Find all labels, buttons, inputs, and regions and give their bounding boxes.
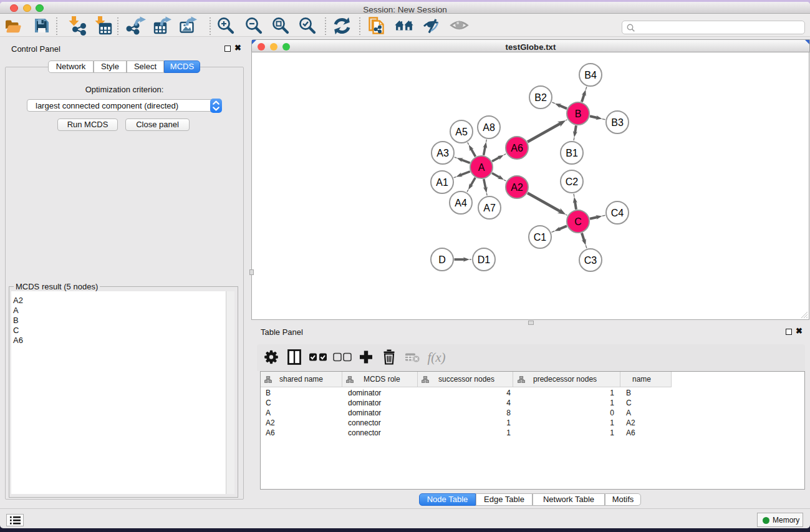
svg-text:B: B — [575, 109, 582, 119]
svg-text:A6: A6 — [511, 143, 523, 153]
svg-text:D1: D1 — [478, 254, 491, 265]
svg-text:f(x): f(x) — [427, 350, 445, 365]
svg-text:B1: B1 — [566, 148, 578, 158]
svg-text:A1: A1 — [436, 177, 448, 188]
svg-text:C4: C4 — [611, 208, 624, 218]
svg-text:A3: A3 — [436, 148, 449, 158]
svg-text:C3: C3 — [584, 255, 597, 266]
svg-text:C2: C2 — [566, 177, 579, 187]
svg-text:B3: B3 — [611, 117, 624, 128]
svg-text:C: C — [574, 216, 582, 227]
svg-text:A4: A4 — [455, 198, 467, 208]
svg-text:A5: A5 — [455, 127, 468, 137]
svg-text:A2: A2 — [511, 182, 523, 193]
svg-text:D: D — [438, 254, 446, 265]
svg-text:A7: A7 — [483, 203, 496, 213]
svg-text:A: A — [478, 162, 485, 173]
svg-text:B4: B4 — [584, 70, 597, 80]
svg-text:C1: C1 — [534, 232, 547, 243]
svg-text:A8: A8 — [483, 122, 495, 133]
svg-text:B2: B2 — [534, 92, 547, 103]
